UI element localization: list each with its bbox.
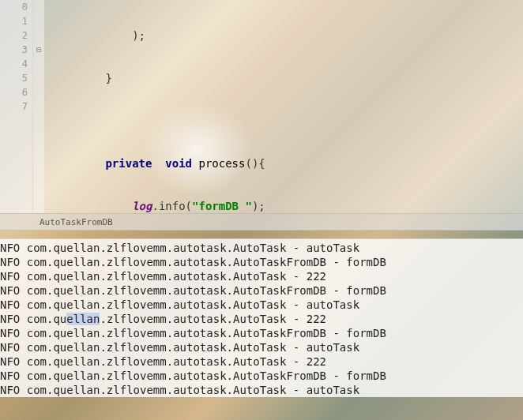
log-level: NFO: [0, 369, 27, 382]
code-text-area[interactable]: ); } private void process(){ log.info("f…: [44, 0, 523, 213]
log-text: com.quellan.zlflovemm.autotask.AutoTask …: [27, 341, 359, 354]
breadcrumb-bar: AutoTaskFromDB: [0, 213, 523, 231]
line-number: 4: [0, 57, 28, 71]
line-number: 2: [0, 28, 28, 43]
line-number: 7: [0, 99, 28, 114]
code-line: }: [52, 71, 523, 85]
log-text: com.quellan.zlflovemm.autotask.AutoTaskF…: [27, 327, 386, 339]
console-line: NFO com.quellan.zlflovemm.autotask.AutoT…: [0, 369, 523, 383]
code-editor[interactable]: 0 1 2 3 4 5 6 7 ⊟ ); } private void proc…: [0, 0, 523, 213]
code-line: );: [52, 28, 523, 43]
log-text: com.quellan.zlflovemm.autotask.AutoTask …: [27, 270, 326, 283]
line-number: 0: [0, 0, 28, 14]
line-number: 1: [0, 14, 28, 28]
log-text: com.qu: [27, 313, 67, 325]
log-level: NFO: [0, 313, 27, 325]
log-text: .zlflovemm.autotask.AutoTask - 222: [100, 313, 326, 325]
log-level: NFO: [0, 284, 27, 297]
code-line: private void process(){: [52, 156, 523, 171]
console-line: NFO com.quellan.zlflovemm.autotask.AutoT…: [0, 255, 523, 269]
code-line: [52, 114, 523, 128]
log-text: com.quellan.zlflovemm.autotask.AutoTask …: [27, 384, 359, 396]
log-text: com.quellan.zlflovemm.autotask.AutoTask …: [27, 355, 326, 368]
console-line: NFO com.quellan.zlflovemm.autotask.AutoT…: [0, 269, 523, 283]
log-level: NFO: [0, 341, 27, 354]
line-number-gutter: 0 1 2 3 4 5 6 7: [0, 0, 33, 213]
code-line: log.info("formDB ");: [52, 199, 523, 213]
fold-mark: [33, 0, 44, 14]
console-line: NFO com.quellan.zlflovemm.autotask.AutoT…: [0, 312, 523, 326]
fold-mark: [33, 99, 44, 114]
fold-mark: [33, 28, 44, 43]
log-text: com.quellan.zlflovemm.autotask.AutoTask …: [27, 298, 359, 311]
console-line: NFO com.quellan.zlflovemm.autotask.AutoT…: [0, 241, 523, 255]
console-line: NFO com.quellan.zlflovemm.autotask.AutoT…: [0, 354, 523, 369]
console-line: NFO com.quellan.zlflovemm.autotask.AutoT…: [0, 383, 523, 397]
fold-expand-icon[interactable]: ⊟: [33, 43, 44, 57]
log-level: NFO: [0, 298, 27, 311]
log-level: NFO: [0, 384, 27, 396]
log-text: com.quellan.zlflovemm.autotask.AutoTaskF…: [27, 256, 386, 268]
log-text: com.quellan.zlflovemm.autotask.AutoTaskF…: [27, 369, 386, 382]
log-text: com.quellan.zlflovemm.autotask.AutoTask …: [27, 242, 359, 254]
console-line: NFO com.quellan.zlflovemm.autotask.AutoT…: [0, 326, 523, 340]
selected-text: ellan: [66, 313, 100, 325]
line-number: 6: [0, 85, 28, 99]
log-level: NFO: [0, 256, 27, 268]
fold-mark: [33, 57, 44, 71]
console-line: NFO com.quellan.zlflovemm.autotask.AutoT…: [0, 283, 523, 298]
log-level: NFO: [0, 242, 27, 254]
fold-mark: [33, 14, 44, 28]
console-line: NFO com.quellan.zlflovemm.autotask.AutoT…: [0, 298, 523, 312]
fold-mark: [33, 85, 44, 99]
log-level: NFO: [0, 327, 27, 339]
fold-gutter: ⊟: [33, 0, 44, 213]
console-output[interactable]: NFO com.quellan.zlflovemm.autotask.AutoT…: [0, 238, 523, 397]
log-text: com.quellan.zlflovemm.autotask.AutoTaskF…: [27, 284, 386, 297]
line-number: 3: [0, 43, 28, 57]
line-number: 5: [0, 71, 28, 85]
log-level: NFO: [0, 270, 27, 283]
fold-mark: [33, 71, 44, 85]
console-line: NFO com.quellan.zlflovemm.autotask.AutoT…: [0, 340, 523, 354]
breadcrumb-item[interactable]: AutoTaskFromDB: [40, 217, 113, 227]
log-level: NFO: [0, 355, 27, 368]
